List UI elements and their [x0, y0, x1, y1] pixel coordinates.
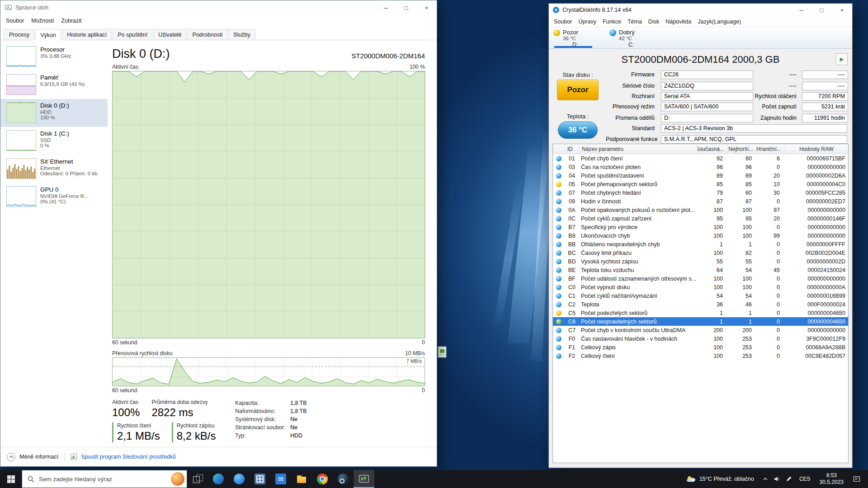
hidden-icons-chevron[interactable] — [760, 470, 771, 488]
taskbar-search-box[interactable]: Sem zadejte hledaný výraz — [22, 470, 187, 488]
tm-menu-options[interactable]: Možnosti — [28, 16, 57, 26]
cdi-menu-help[interactable]: Nápověda — [662, 17, 694, 26]
next-disk-button[interactable]: ▶ — [836, 53, 848, 65]
transfer-speed-chart[interactable]: 7 MB/s — [112, 357, 425, 386]
smart-row-F2[interactable]: F2Celkový čtení100253000C9E482D057 — [553, 352, 848, 360]
sidebar-item-ethernet[interactable]: Síť EthernetEthernetOdesílání: 0 Příjem:… — [0, 155, 108, 183]
smart-row-07[interactable]: 07Počet chybných hledání796030000005FCC2… — [553, 188, 848, 197]
weather-widget[interactable]: 15°C Převáž. oblačno — [680, 475, 760, 483]
smart-row-C5[interactable]: C5Počet podezřelých sektorů1100000000046… — [553, 309, 848, 317]
smart-row-01[interactable]: 01Počet chyb čtení928060000069715BF — [553, 154, 848, 163]
smart-row-BB[interactable]: BBOhlášeno neopravitelných chyb110000000… — [553, 240, 848, 249]
language-indicator[interactable]: CES — [795, 476, 815, 482]
disk-select-C[interactable]: Dobrý42 °CC: — [609, 27, 653, 48]
sidebar-item-disk1[interactable]: Disk 1 (C:)SSD0 % — [0, 127, 108, 155]
tab-services[interactable]: Služby — [228, 29, 255, 40]
sidebar-item-title: Paměť — [40, 74, 85, 81]
smart-header-4[interactable]: Nejhorší... — [727, 144, 756, 154]
smart-row-C1[interactable]: C1Počet cyklů načítání/vymazání545400000… — [553, 291, 848, 300]
smart-row-F1[interactable]: F1Celkový zápis100253000068A9A288B — [553, 343, 848, 352]
tm-menu-view[interactable]: Zobrazit — [57, 16, 85, 26]
smart-row-09[interactable]: 09Hodin v činnosti87870000000002ED7 — [553, 197, 848, 206]
smart-row-BD[interactable]: BDVysoká rychlost zápisu5555000000000002… — [553, 257, 848, 266]
smart-row-04[interactable]: 04Počet spuštění/zastavení89892000000000… — [553, 171, 848, 180]
blue-app-button[interactable] — [229, 470, 250, 488]
smart-header-6[interactable]: Hodnoty RAW — [784, 144, 849, 154]
status-dot — [556, 293, 561, 299]
sidebar-item-memory[interactable]: Paměť6,9/15,9 GB (43 %) — [0, 71, 108, 99]
maximize-button[interactable]: □ — [811, 4, 832, 16]
window-title: Správce úloh — [15, 5, 48, 11]
grid-app-button[interactable] — [250, 470, 270, 488]
tab-app-history[interactable]: Historie aplikací — [62, 29, 112, 40]
cdi-menu-language[interactable]: Jazyk(Language) — [694, 17, 744, 26]
sidebar-item-sub: 0% (41 °C) — [40, 199, 89, 204]
smart-row-B8[interactable]: B8Ukončovacích chyb10010099000000000000 — [553, 231, 848, 240]
smart-row-F0[interactable]: F0Čas nastavování hlaviček - v hodinách1… — [553, 334, 848, 343]
smart-header-3[interactable]: Současná... — [698, 144, 727, 154]
smart-row-BE[interactable]: BETeplota toku vzduchu645445000024150024 — [553, 266, 848, 274]
crystaldiskinfo-titlebar[interactable]: CrystalDiskInfo 8.17.14 x64 ─ □ × — [549, 4, 852, 16]
smart-row-B7[interactable]: B7Specifický pro výrobce1001000000000000… — [553, 223, 848, 231]
smart-row-C0[interactable]: C0Počet vypnutí disku100100000000000000A — [553, 283, 848, 291]
smart-row-0A[interactable]: 0APočet opakovaných pokusů o roztočení p… — [553, 206, 848, 214]
tab-startup[interactable]: Po spuštění — [113, 29, 152, 40]
minimize-button[interactable]: ─ — [791, 4, 811, 16]
smart-row-03[interactable]: 03Čas na roztočení ploten969600000000000… — [553, 163, 848, 171]
smart-row-0C[interactable]: 0CPočet cyklů zapnutí zařízení9595200000… — [553, 214, 848, 223]
active-time-chart[interactable] — [112, 71, 425, 338]
smart-row-C2[interactable]: C2Teplota36460000F00000024 — [553, 300, 848, 309]
tab-performance[interactable]: Výkon — [35, 29, 61, 40]
maximize-button[interactable]: □ — [396, 0, 416, 15]
sidebar-item-disk0[interactable]: Disk 0 (D:)HDD100 % — [0, 99, 108, 127]
field-label-power-on-hours: Zapnuto hodin — [750, 114, 800, 122]
task-manager-titlebar[interactable]: Správce úloh ─ □ × — [0, 0, 437, 15]
cdi-menu-disk[interactable]: Disk — [645, 17, 662, 26]
sidebar-item-cpu[interactable]: Procesor3% 3,88 GHz — [0, 43, 108, 71]
steam-button[interactable] — [333, 470, 354, 488]
smart-header-2[interactable]: Název parametru — [579, 144, 698, 154]
start-button[interactable] — [0, 470, 22, 488]
taskbar: Sem zadejte hledaný výraz 15°C Převáž. o… — [0, 470, 868, 488]
open-resource-monitor-link[interactable]: Spustit program Sledování prostředků — [81, 454, 176, 460]
pen-icon[interactable] — [783, 470, 795, 488]
tm-menu-file[interactable]: Soubor — [2, 16, 28, 26]
desktop-shortcut-icon[interactable] — [437, 346, 448, 361]
smart-row-C6[interactable]: C6Počet neopravitelných sektorů110000000… — [553, 317, 848, 326]
sidebar-item-sub: Ethernet — [40, 165, 98, 171]
tab-processes[interactable]: Procesy — [4, 29, 34, 40]
minimize-button[interactable]: ─ — [376, 0, 396, 15]
smart-header-5[interactable]: Hraniční... — [756, 144, 784, 154]
smart-row-BC[interactable]: BCČasový limit příkazu100820002B002D004E — [553, 249, 848, 257]
sidebar-item-gpu[interactable]: GPU 0NVIDIA GeForce R...0% (41 °C) — [0, 183, 108, 211]
task-view-button[interactable] — [187, 470, 208, 488]
edge-button[interactable] — [208, 470, 229, 488]
smart-row-C7[interactable]: C7Počet chyb v kontrolním součtu UltraDM… — [553, 326, 848, 334]
field-label-unknown-1: ---- — [750, 70, 800, 79]
mail-button[interactable] — [270, 470, 291, 488]
tab-details[interactable]: Podrobnosti — [188, 29, 228, 40]
task-manager-button[interactable] — [354, 470, 374, 488]
temperature-button[interactable]: 36 °C — [558, 122, 598, 139]
search-highlight-icon[interactable] — [171, 472, 184, 486]
disk-select-D[interactable]: Pozor36 °CD: — [553, 27, 597, 48]
cdi-menu-function[interactable]: Funkce — [599, 17, 624, 26]
close-button[interactable]: × — [832, 4, 852, 16]
close-button[interactable]: × — [416, 0, 437, 15]
cdi-menu-theme[interactable]: Téma — [624, 17, 645, 26]
tab-users[interactable]: Uživatelé — [153, 29, 186, 40]
smart-row-BF[interactable]: BFPočet událostí zaznamenaných otřesovým… — [553, 274, 848, 283]
cdi-menu-edit[interactable]: Úpravy — [575, 17, 599, 26]
smart-row-05[interactable]: 05Počet přemapovaných sektorů85851000000… — [553, 180, 848, 188]
task-view-icon — [192, 474, 203, 484]
health-status-button[interactable]: Pozor — [557, 80, 599, 100]
field-value-power-on-count: 5231 krát — [802, 103, 848, 111]
volume-icon[interactable] — [771, 470, 783, 488]
cdi-menu-file[interactable]: Soubor — [551, 17, 575, 26]
file-explorer-button[interactable] — [291, 470, 312, 488]
clock[interactable]: 8:53 30.5.2023 — [815, 472, 848, 486]
less-details-button[interactable]: Méně informací — [19, 454, 58, 460]
action-center-icon[interactable] — [848, 475, 865, 483]
chrome-button[interactable] — [312, 470, 333, 488]
smart-header-1[interactable]: ID — [565, 144, 579, 154]
